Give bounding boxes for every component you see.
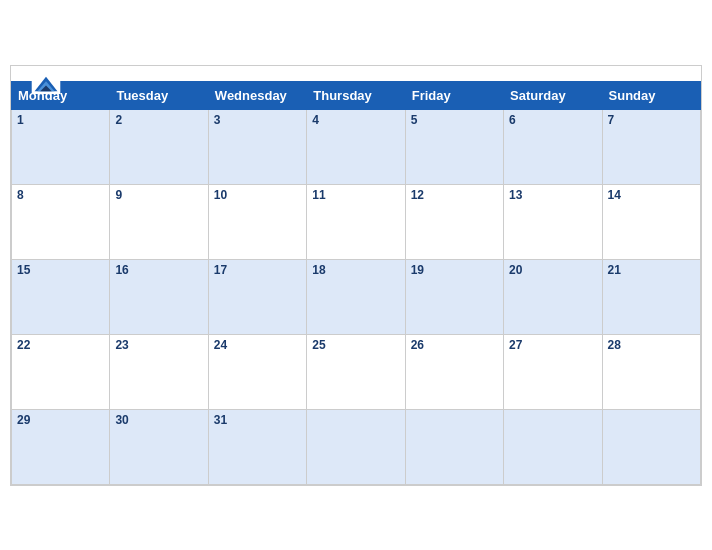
day-number: 1 [17, 113, 104, 127]
weekday-header-thursday: Thursday [307, 81, 405, 109]
calendar-day-cell: 4 [307, 109, 405, 184]
day-number: 12 [411, 188, 498, 202]
calendar-day-cell: 10 [208, 184, 306, 259]
calendar-day-cell: 29 [12, 409, 110, 484]
day-number: 17 [214, 263, 301, 277]
day-number: 22 [17, 338, 104, 352]
day-number: 27 [509, 338, 596, 352]
logo [31, 74, 61, 96]
day-number: 31 [214, 413, 301, 427]
day-number: 18 [312, 263, 399, 277]
calendar-week-row: 891011121314 [12, 184, 701, 259]
calendar-day-cell: 22 [12, 334, 110, 409]
day-number: 10 [214, 188, 301, 202]
day-number: 30 [115, 413, 202, 427]
calendar-day-cell: 11 [307, 184, 405, 259]
calendar-day-cell: 6 [504, 109, 602, 184]
day-number: 15 [17, 263, 104, 277]
calendar-day-cell: 14 [602, 184, 700, 259]
day-number: 7 [608, 113, 695, 127]
weekday-header-tuesday: Tuesday [110, 81, 208, 109]
calendar-week-row: 22232425262728 [12, 334, 701, 409]
calendar-day-cell: 17 [208, 259, 306, 334]
calendar-day-cell: 16 [110, 259, 208, 334]
day-number: 19 [411, 263, 498, 277]
weekday-header-saturday: Saturday [504, 81, 602, 109]
calendar-day-cell: 1 [12, 109, 110, 184]
calendar-day-cell [504, 409, 602, 484]
day-number: 21 [608, 263, 695, 277]
calendar-day-cell: 12 [405, 184, 503, 259]
calendar-header-row: MondayTuesdayWednesdayThursdayFridaySatu… [12, 81, 701, 109]
day-number: 4 [312, 113, 399, 127]
day-number: 8 [17, 188, 104, 202]
calendar-week-row: 15161718192021 [12, 259, 701, 334]
calendar-day-cell: 24 [208, 334, 306, 409]
day-number: 13 [509, 188, 596, 202]
day-number: 3 [214, 113, 301, 127]
calendar-day-cell: 23 [110, 334, 208, 409]
calendar-day-cell: 21 [602, 259, 700, 334]
calendar-body: 1234567891011121314151617181920212223242… [12, 109, 701, 484]
calendar-day-cell: 31 [208, 409, 306, 484]
calendar-day-cell [602, 409, 700, 484]
day-number: 20 [509, 263, 596, 277]
day-number: 11 [312, 188, 399, 202]
day-number: 26 [411, 338, 498, 352]
calendar-day-cell: 18 [307, 259, 405, 334]
calendar-week-row: 1234567 [12, 109, 701, 184]
calendar-day-cell: 9 [110, 184, 208, 259]
day-number: 6 [509, 113, 596, 127]
calendar-day-cell: 13 [504, 184, 602, 259]
calendar-day-cell: 30 [110, 409, 208, 484]
calendar-day-cell: 28 [602, 334, 700, 409]
weekday-row: MondayTuesdayWednesdayThursdayFridaySatu… [12, 81, 701, 109]
calendar-day-cell [405, 409, 503, 484]
calendar-week-row: 293031 [12, 409, 701, 484]
calendar-day-cell: 27 [504, 334, 602, 409]
day-number: 2 [115, 113, 202, 127]
day-number: 5 [411, 113, 498, 127]
day-number: 14 [608, 188, 695, 202]
day-number: 29 [17, 413, 104, 427]
day-number: 28 [608, 338, 695, 352]
calendar-day-cell: 8 [12, 184, 110, 259]
calendar-day-cell: 5 [405, 109, 503, 184]
calendar-day-cell [307, 409, 405, 484]
day-number: 24 [214, 338, 301, 352]
calendar-day-cell: 25 [307, 334, 405, 409]
calendar-day-cell: 2 [110, 109, 208, 184]
calendar-container: MondayTuesdayWednesdayThursdayFridaySatu… [10, 65, 702, 486]
calendar-day-cell: 7 [602, 109, 700, 184]
day-number: 25 [312, 338, 399, 352]
calendar-day-cell: 26 [405, 334, 503, 409]
weekday-header-sunday: Sunday [602, 81, 700, 109]
calendar-day-cell: 20 [504, 259, 602, 334]
calendar-day-cell: 3 [208, 109, 306, 184]
calendar-day-cell: 19 [405, 259, 503, 334]
weekday-header-friday: Friday [405, 81, 503, 109]
day-number: 16 [115, 263, 202, 277]
weekday-header-wednesday: Wednesday [208, 81, 306, 109]
day-number: 23 [115, 338, 202, 352]
calendar-day-cell: 15 [12, 259, 110, 334]
calendar-header [11, 66, 701, 81]
calendar-table: MondayTuesdayWednesdayThursdayFridaySatu… [11, 81, 701, 485]
day-number: 9 [115, 188, 202, 202]
